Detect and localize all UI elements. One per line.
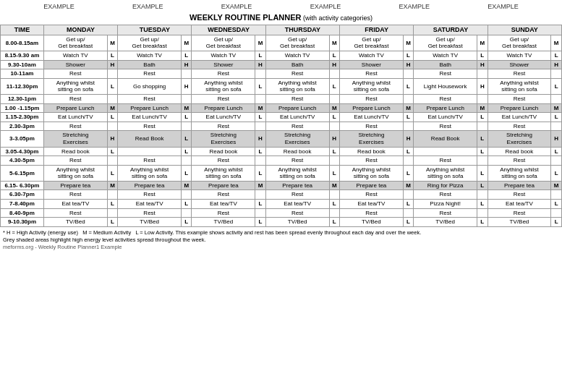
activity-level-cell: L [477,147,488,156]
activity-level-cell: L [477,165,488,181]
activity-level-cell: M [107,181,117,190]
activity-cell: Eat Lunch/TV [43,113,107,122]
activity-cell: Rest [265,69,329,79]
activity-level-cell: L [329,200,339,209]
activity-cell: Rest [43,208,107,218]
activity-cell: Read Book [414,131,477,147]
activity-level-cell [329,208,339,218]
activity-cell: Read book [339,147,403,156]
example-2: EXAMPLE [132,3,163,10]
activity-cell: Prepare tea [265,181,329,190]
activity-cell: Prepare tea [488,181,551,190]
activity-cell: Rest [192,156,255,166]
activity-level-cell: M [403,35,413,51]
time-cell: 1.15-2.30pm [1,113,44,122]
activity-cell: Light Housework [414,78,477,94]
activity-level-cell: H [182,78,192,94]
activity-level-cell [477,69,488,79]
activity-level-cell: L [403,147,413,156]
example-1: EXAMPLE [43,3,74,10]
activity-level-cell: H [107,60,117,69]
activity-level-cell: L [255,165,265,181]
activity-level-cell: M [403,103,413,113]
activity-cell: Shower [488,60,551,69]
activity-level-cell [107,69,117,79]
activity-level-cell: H [107,131,117,147]
planner-table: TIME MONDAY TUESDAY WEDNESDAY THURSDAY F… [0,25,562,227]
activity-level-cell: M [477,103,488,113]
activity-level-cell: M [255,35,265,51]
activity-cell: Get up/ Get breakfast [339,35,403,51]
activity-level-cell [107,156,117,166]
activity-level-cell: L [477,51,488,60]
activity-cell: Rest [265,156,329,166]
activity-cell: Rest [265,190,329,200]
time-cell: 6.15- 6.30pm [1,181,44,190]
activity-cell: Anything whilst sitting on sofa [414,165,477,181]
activity-cell: Rest [488,190,551,200]
activity-level-cell: L [551,200,562,209]
activity-level-cell: H [182,60,192,69]
activity-cell: Watch TV [118,51,182,60]
activity-level-cell: M [182,181,192,190]
activity-level-cell: L [551,218,562,227]
activity-level-cell: L [403,78,413,94]
activity-cell: Read book [192,147,255,156]
activity-level-cell: H [551,131,562,147]
activity-cell: Anything whilst sitting on sofa [339,78,403,94]
activity-cell: Watch TV [488,51,551,60]
activity-level-cell: H [329,131,339,147]
activity-cell: Get up/ Get breakfast [265,35,329,51]
activity-level-cell [107,208,117,218]
activity-level-cell [182,94,192,103]
activity-level-cell [551,69,562,79]
activity-cell: Rest [43,190,107,200]
activity-level-cell: M [329,103,339,113]
activity-cell: Rest [43,69,107,79]
activity-level-cell [182,122,192,131]
activity-level-cell [551,156,562,166]
activity-level-cell: L [107,200,117,209]
activity-cell: Rest [414,156,477,166]
activity-level-cell [551,94,562,103]
activity-cell: Anything whilst sitting on sofa [192,78,255,94]
activity-level-cell [477,156,488,166]
time-cell: 3-3.05pm [1,131,44,147]
activity-level-cell: H [477,78,488,94]
time-cell: 8.00-8.15am [1,35,44,51]
activity-level-cell [403,69,413,79]
activity-cell: Anything whilst sitting on sofa [488,78,551,94]
activity-level-cell: L [477,113,488,122]
activity-level-cell [182,190,192,200]
time-cell: 2.30-3pm [1,122,44,131]
activity-cell: Anything whilst sitting on sofa [339,165,403,181]
activity-cell: Prepare Lunch [192,103,255,113]
activity-cell: Eat tea/TV [118,200,182,209]
activity-level-cell [477,208,488,218]
time-cell: 8.15-9.30 am [1,51,44,60]
time-cell: 11-12.30pm [1,78,44,94]
activity-cell: TV/Bed [265,218,329,227]
activity-cell: TV/Bed [339,218,403,227]
activity-cell: Eat Lunch/TV [118,113,182,122]
activity-cell: Rest [192,190,255,200]
activity-cell: TV/Bed [192,218,255,227]
activity-cell [414,147,477,156]
activity-cell: Rest [118,122,182,131]
activity-cell: Rest [414,69,477,79]
activity-level-cell: M [551,35,562,51]
activity-level-cell: L [329,51,339,60]
activity-cell: Eat tea/TV [43,200,107,209]
activity-cell: Rest [118,156,182,166]
activity-cell: Watch TV [339,51,403,60]
activity-cell: Rest [265,122,329,131]
activity-cell: TV/Bed [414,218,477,227]
activity-level-cell: M [107,103,117,113]
activity-cell: Read book [488,147,551,156]
activity-cell: Rest [339,208,403,218]
activity-level-cell: L [107,78,117,94]
activity-level-cell [477,94,488,103]
activity-level-cell: H [255,60,265,69]
activity-cell: Anything whilst sitting on sofa [43,165,107,181]
activity-cell: Eat Lunch/TV [488,113,551,122]
